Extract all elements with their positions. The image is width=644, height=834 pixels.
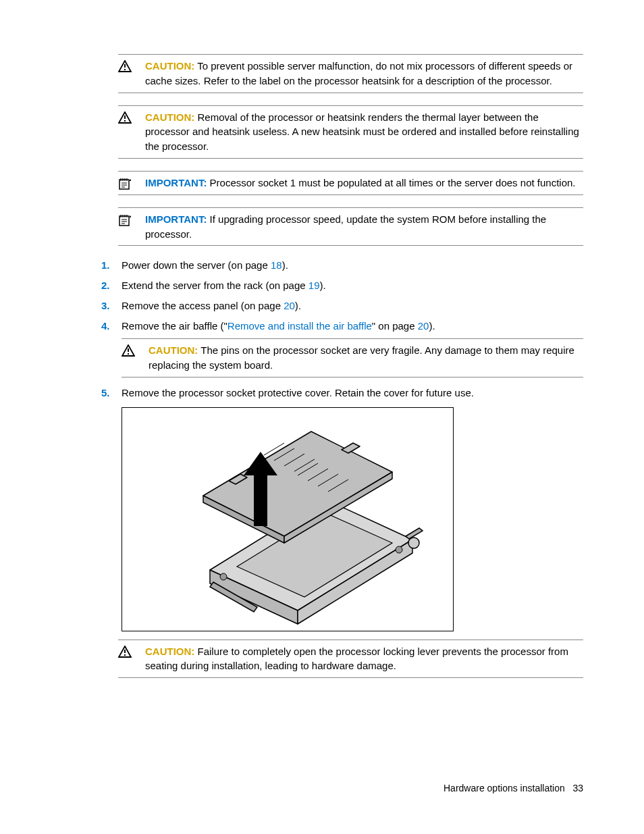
page-link[interactable]: 18: [271, 259, 282, 271]
important-icon: [118, 212, 145, 227]
step-num: 3.: [101, 298, 122, 313]
important-block-2: IMPORTANT: If upgrading processor speed,…: [118, 207, 583, 246]
svg-rect-1: [124, 69, 126, 70]
caution-label: CAUTION:: [145, 60, 194, 72]
step-body: Remove the processor socket protective c…: [122, 386, 583, 400]
caution-label: CAUTION:: [145, 111, 194, 123]
admon-text: CAUTION: Failure to completely open the …: [145, 644, 583, 674]
svg-rect-4: [119, 180, 129, 189]
step-body: Remove the air baffle ("Remove and insta…: [122, 319, 583, 334]
caution-block-4: CAUTION: Failure to completely open the …: [118, 640, 583, 679]
steps-list: 1. Power down the server (on page 18). 2…: [101, 258, 583, 333]
svg-rect-2: [124, 115, 126, 119]
page-footer: Hardware options installation 33: [444, 783, 583, 793]
steps-list-2: 5. Remove the processor socket protectiv…: [101, 386, 583, 400]
step-5: 5. Remove the processor socket protectiv…: [101, 386, 583, 400]
svg-point-10: [396, 546, 402, 553]
svg-rect-7: [128, 353, 129, 355]
important-body: Processor socket 1 must be populated at …: [207, 177, 575, 188]
caution-body: The pins on the processor socket are ver…: [149, 344, 574, 371]
caution-icon: [122, 343, 149, 373]
svg-rect-5: [119, 216, 129, 226]
step-1: 1. Power down the server (on page 18).: [101, 258, 583, 273]
step-2: 2. Extend the server from the rack (on p…: [101, 278, 583, 293]
page-link[interactable]: 20: [418, 320, 429, 332]
step-num: 1.: [101, 258, 122, 273]
caution-body: To prevent possible server malfunction, …: [145, 60, 572, 86]
svg-rect-0: [124, 64, 126, 68]
caution-block-3: CAUTION: The pins on the processor socke…: [122, 338, 583, 377]
svg-point-8: [408, 538, 419, 548]
important-label: IMPORTANT:: [145, 177, 207, 188]
caution-label: CAUTION:: [149, 344, 198, 356]
step-num: 5.: [101, 386, 122, 400]
admon-text: CAUTION: To prevent possible server malf…: [145, 59, 583, 88]
page-body: CAUTION: To prevent possible server malf…: [0, 0, 644, 678]
important-icon: [118, 176, 145, 190]
caution-block-1: CAUTION: To prevent possible server malf…: [118, 54, 583, 93]
footer-page: 33: [572, 783, 583, 793]
caution-icon: [118, 110, 145, 124]
svg-rect-12: [124, 654, 126, 656]
topic-link[interactable]: Remove and install the air baffle: [227, 320, 372, 332]
caution-icon: [118, 644, 145, 674]
step-body: Extend the server from the rack (on page…: [122, 278, 583, 293]
admon-text: IMPORTANT: If upgrading processor speed,…: [145, 212, 583, 242]
important-label: IMPORTANT:: [145, 213, 207, 225]
step-num: 4.: [101, 319, 122, 334]
page-link[interactable]: 19: [308, 280, 320, 291]
admon-text: CAUTION: The pins on the processor socke…: [149, 343, 583, 373]
caution-body: Removal of the processor or heatsink ren…: [145, 111, 579, 153]
svg-rect-6: [128, 348, 129, 352]
caution-body: Failure to completely open the processor…: [145, 646, 568, 672]
step-body: Remove the access panel (on page 20).: [122, 298, 583, 313]
admon-text: CAUTION: Removal of the processor or hea…: [145, 110, 583, 154]
footer-section: Hardware options installation: [444, 783, 565, 793]
step-body: Power down the server (on page 18).: [122, 258, 583, 273]
processor-cover-figure: [122, 407, 454, 631]
caution-label: CAUTION:: [145, 646, 194, 657]
svg-rect-3: [124, 120, 126, 122]
svg-rect-11: [124, 650, 126, 653]
page-link[interactable]: 20: [284, 300, 295, 311]
step-4: 4. Remove the air baffle ("Remove and in…: [101, 319, 583, 334]
important-block-1: IMPORTANT: Processor socket 1 must be po…: [118, 171, 583, 195]
svg-point-9: [220, 573, 227, 580]
step-num: 2.: [101, 278, 122, 293]
caution-icon: [118, 59, 145, 72]
admon-text: IMPORTANT: Processor socket 1 must be po…: [145, 176, 583, 190]
caution-block-2: CAUTION: Removal of the processor or hea…: [118, 105, 583, 159]
step-3: 3. Remove the access panel (on page 20).: [101, 298, 583, 313]
